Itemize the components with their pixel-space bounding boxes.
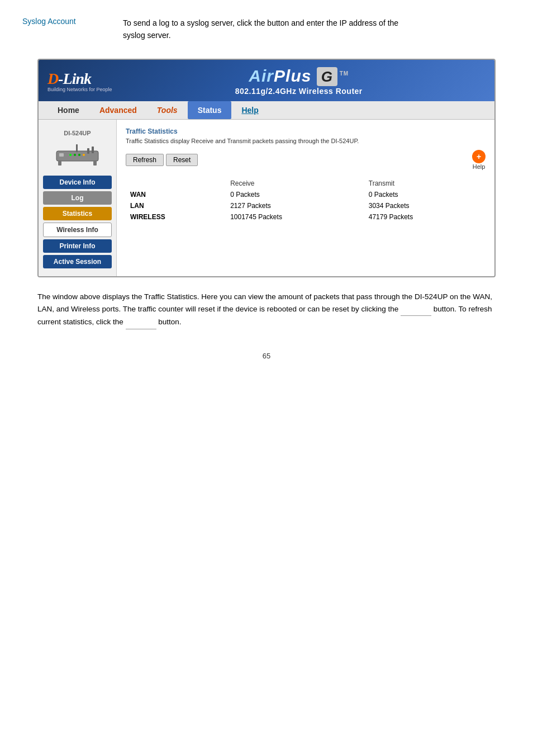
sidebar: DI-524UP Device Info Log S bbox=[39, 120, 117, 276]
svg-point-3 bbox=[74, 154, 76, 156]
row-lan-receive: 2127 Packets bbox=[226, 200, 364, 211]
dlink-tagline: Building Networks for People bbox=[47, 87, 112, 92]
airplus-subtitle: 802.11g/2.4GHz Wireless Router bbox=[112, 87, 486, 96]
help-label: Help bbox=[473, 163, 486, 170]
row-lan-transmit: 3034 Packets bbox=[364, 200, 486, 211]
main-content: DI-524UP Device Info Log S bbox=[39, 120, 494, 276]
nav-bar: Home Advanced Tools Status Help bbox=[39, 101, 494, 120]
router-ui-frame: D-Link Building Networks for People AirP… bbox=[37, 59, 496, 277]
svg-rect-10 bbox=[93, 161, 97, 166]
svg-rect-7 bbox=[92, 147, 94, 153]
airplus-brand: AirPlus G TM 802.11g/2.4GHz Wireless Rou… bbox=[112, 67, 486, 96]
reset-button[interactable]: Reset bbox=[166, 154, 198, 166]
col-header-transmit: Transmit bbox=[364, 178, 486, 189]
syslog-account-link[interactable]: Syslog Account bbox=[22, 17, 112, 26]
section-description: Traffic Statistics display Receive and T… bbox=[126, 138, 486, 144]
sidebar-btn-statistics[interactable]: Statistics bbox=[43, 207, 112, 220]
svg-rect-8 bbox=[76, 144, 78, 152]
router-image bbox=[54, 140, 101, 168]
dlink-logo: D-Link Building Networks for People bbox=[47, 70, 112, 92]
sidebar-btn-log[interactable]: Log bbox=[43, 191, 112, 205]
help-column: + Help bbox=[472, 150, 486, 170]
row-wan-label: WAN bbox=[126, 189, 226, 200]
nav-advanced[interactable]: Advanced bbox=[89, 101, 147, 119]
nav-help[interactable]: Help bbox=[231, 101, 268, 119]
svg-point-5 bbox=[83, 154, 85, 156]
row-lan-label: LAN bbox=[126, 200, 226, 211]
svg-point-2 bbox=[69, 154, 72, 156]
col-header-label bbox=[126, 178, 226, 189]
nav-tools[interactable]: Tools bbox=[147, 101, 188, 119]
svg-rect-9 bbox=[58, 161, 61, 166]
sidebar-btn-device-info[interactable]: Device Info bbox=[43, 176, 112, 189]
content-panel: Traffic Statistics Traffic Statistics di… bbox=[117, 120, 494, 276]
section-title: Traffic Statistics bbox=[126, 127, 486, 135]
row-wan-transmit: 0 Packets bbox=[364, 189, 486, 200]
dlink-logo-text: D-Link bbox=[47, 70, 112, 88]
refresh-button[interactable]: Refresh bbox=[126, 154, 164, 166]
bottom-description: The window above displays the Traffic St… bbox=[37, 291, 496, 329]
svg-point-4 bbox=[78, 154, 80, 156]
col-header-receive: Receive bbox=[226, 178, 364, 189]
sidebar-btn-printer-info[interactable]: Printer Info bbox=[43, 239, 112, 253]
table-row: WAN 0 Packets 0 Packets bbox=[126, 189, 486, 200]
svg-rect-6 bbox=[87, 148, 89, 154]
page-number: 65 bbox=[22, 352, 511, 360]
airplus-title: AirPlus G TM bbox=[112, 67, 486, 86]
device-image-area: DI-524UP bbox=[39, 125, 116, 173]
help-icon[interactable]: + bbox=[472, 150, 486, 163]
row-wan-receive: 0 Packets bbox=[226, 189, 364, 200]
table-row: LAN 2127 Packets 3034 Packets bbox=[126, 200, 486, 211]
row-wireless-label: WIRELESS bbox=[126, 211, 226, 223]
stats-table: Receive Transmit WAN 0 Packets 0 Packets… bbox=[126, 178, 486, 223]
table-row: WIRELESS 1001745 Packets 47179 Packets bbox=[126, 211, 486, 223]
row-wireless-transmit: 47179 Packets bbox=[364, 211, 486, 223]
nav-status[interactable]: Status bbox=[188, 101, 232, 119]
sidebar-btn-active-session[interactable]: Active Session bbox=[43, 255, 112, 268]
nav-home[interactable]: Home bbox=[47, 101, 89, 119]
svg-rect-1 bbox=[59, 153, 64, 157]
syslog-description: To send a log to a syslog server, click … bbox=[123, 17, 402, 42]
router-header: D-Link Building Networks for People AirP… bbox=[39, 60, 494, 101]
sidebar-btn-wireless-info[interactable]: Wireless Info bbox=[43, 223, 112, 237]
button-row: Refresh Reset + Help bbox=[126, 150, 486, 170]
device-label: DI-524UP bbox=[43, 130, 112, 136]
row-wireless-receive: 1001745 Packets bbox=[226, 211, 364, 223]
